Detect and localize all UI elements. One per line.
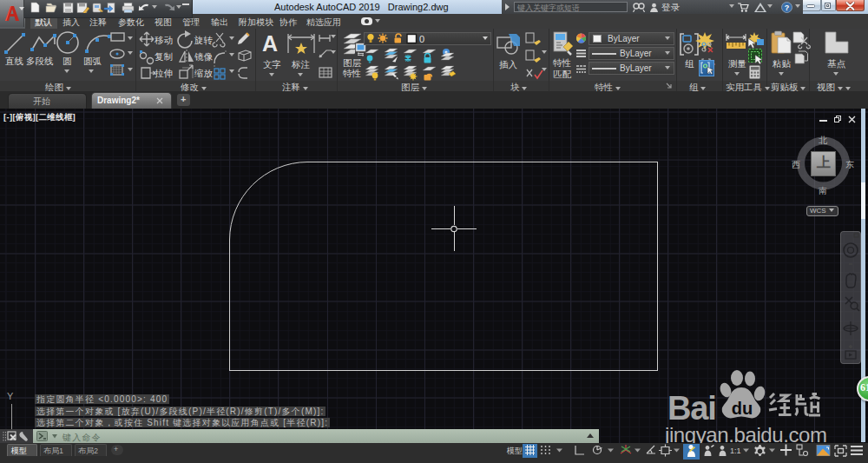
svg-text:?: ?: [785, 3, 790, 12]
svg-text:1:1: 1:1: [730, 446, 741, 455]
svg-text:du: du: [732, 399, 753, 418]
